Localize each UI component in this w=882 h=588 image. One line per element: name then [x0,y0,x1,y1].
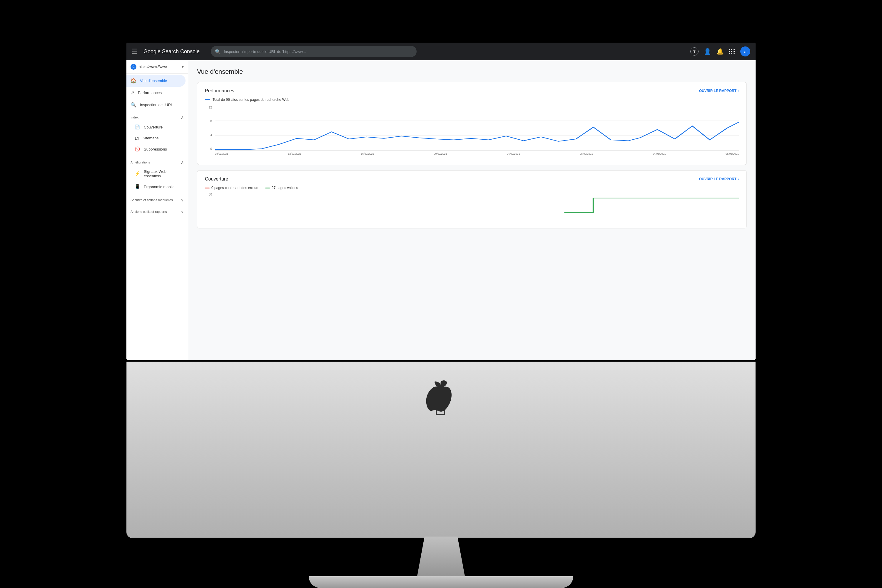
section-securite-chevron[interactable]: ∨ [181,198,184,202]
monitor-body:  [126,362,756,538]
nav-label-vue: Vue d'ensemble [140,78,167,83]
section-anciens-chevron[interactable]: ∨ [181,209,184,214]
site-selector[interactable]: C https://www.//wwe ▾ [126,60,188,74]
user-icon[interactable]: 👤 [704,48,711,55]
section-anciens: Anciens outils et rapports ∨ [126,205,188,216]
hamburger-icon[interactable]: ☰ [132,48,138,55]
signaux-icon: ⚡ [135,171,140,176]
section-ameliorations: Améliorations ∧ [126,156,188,166]
performances-report-link[interactable]: OUVRIR LE RAPPORT › [699,89,739,93]
topbar-actions: ? 👤 🔔 a [690,46,750,57]
page-title: Vue d'ensemble [197,68,747,75]
sitemaps-icon: 🗂 [135,135,139,141]
bell-icon[interactable]: 🔔 [717,48,724,55]
nav-label-sitemaps: Sitemaps [142,136,159,140]
logo: Google Search Console [144,48,200,55]
performances-card-title: Performances [205,88,234,93]
sidebar-item-couverture[interactable]: 📄 Couverture [126,122,188,133]
section-index: Index ∧ [126,111,188,122]
coverage-legend-error: 0 pages contenant des erreurs [212,186,259,190]
trend-icon: ↗ [130,90,134,96]
sidebar-item-suppressions[interactable]: 🚫 Suppressions [126,144,188,154]
coverage-report-link[interactable]: OUVRIR LE RAPPORT › [699,177,739,181]
avatar[interactable]: a [740,46,750,57]
nav-label-suppressions: Suppressions [144,147,167,152]
sidebar-item-performances[interactable]: ↗ Performances [126,87,188,99]
sidebar-item-vue-densemble[interactable]: 🏠 Vue d'ensemble [126,75,186,87]
search-bar[interactable]: 🔍 Inspecter n'importe quelle URL de 'htt… [211,46,417,57]
section-index-chevron[interactable]: ∧ [181,115,184,120]
monitor-stand-base [309,576,573,588]
nav-label-performances: Performances [138,90,162,95]
home-icon: 🏠 [130,78,136,84]
sidebar-item-ergonomie[interactable]: 📱 Ergonomie mobile [126,181,188,192]
performances-chart: 12 8 4 0 [205,106,739,159]
site-url: https://www.//wwe [139,64,179,69]
performances-card: Performances OUVRIR LE RAPPORT › Total d… [197,82,747,165]
sidebar-item-sitemaps[interactable]: 🗂 Sitemaps [126,133,188,144]
search-nav-icon: 🔍 [130,102,136,108]
performances-legend: Total de 96 clics sur les pages de reche… [205,98,739,102]
couverture-icon: 📄 [135,124,140,130]
section-anciens-label: Anciens outils et rapports [130,210,167,213]
topbar: ☰ Google Search Console 🔍 Inspecter n'im… [126,43,756,60]
section-ameliorations-label: Améliorations [130,160,150,164]
coverage-chart: 30 [205,193,739,222]
search-icon: 🔍 [215,49,221,54]
grid-icon[interactable] [729,49,735,54]
nav-label-couverture: Couverture [144,125,163,129]
section-index-label: Index [130,116,138,119]
performances-legend-text: Total de 96 clics sur les pages de reche… [213,98,289,102]
section-securite-label: Sécurité et actions manuelles [130,198,173,202]
coverage-legend: 0 pages contenant des erreurs 27 pages v… [205,186,739,190]
coverage-card: Couverture OUVRIR LE RAPPORT › 0 pages c… [197,170,747,228]
search-placeholder: Inspecter n'importe quelle URL de 'https… [224,50,307,54]
section-ameliorations-chevron[interactable]: ∧ [181,160,184,165]
nav-label-signaux: Signaux Web essentiels [144,170,184,178]
ergonomie-icon: 📱 [135,184,140,189]
help-icon[interactable]: ? [690,47,699,56]
main-content: Vue d'ensemble Performances OUVRIR LE RA… [188,60,756,360]
nav-label-inspection: Inspection de l'URL [140,103,173,107]
dropdown-arrow-icon: ▾ [182,64,184,69]
site-favicon: C [130,64,136,70]
coverage-legend-valid: 27 pages valides [272,186,298,190]
coverage-card-title: Couverture [205,176,228,182]
sidebar-item-signaux[interactable]: ⚡ Signaux Web essentiels [126,166,188,181]
section-securite: Sécurité et actions manuelles ∨ [126,194,188,204]
apple-logo-svg [426,379,456,414]
suppressions-icon: 🚫 [135,146,140,152]
nav-label-ergonomie: Ergonomie mobile [144,184,175,189]
sidebar: C https://www.//wwe ▾ 🏠 Vue d'ensemble ↗… [126,60,188,360]
sidebar-item-inspection[interactable]: 🔍 Inspection de l'URL [126,99,188,111]
